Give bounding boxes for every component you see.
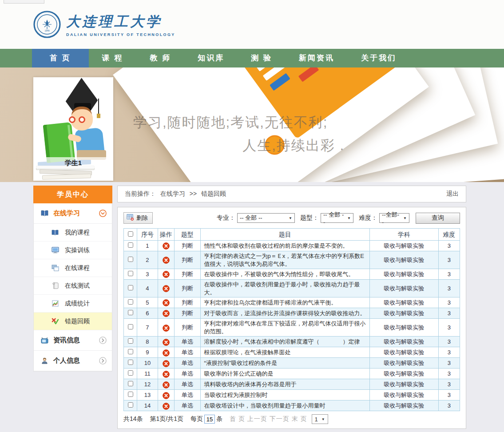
- row-number: 5: [137, 297, 158, 308]
- open-book-icon: [40, 210, 49, 217]
- row-checkbox[interactable]: [128, 285, 133, 290]
- sidebar-group-3[interactable]: 个人信息: [34, 351, 112, 371]
- student-avatar-card[interactable]: 学生1: [33, 77, 113, 181]
- nav-item-5[interactable]: 测 验: [238, 49, 286, 67]
- chevron-down-circle-icon: [99, 210, 107, 217]
- delete-row-icon[interactable]: [158, 390, 174, 400]
- row-checkbox[interactable]: [128, 381, 133, 386]
- delete-row-icon[interactable]: [158, 251, 174, 269]
- sidebar-item-1-3[interactable]: 在线课程: [34, 259, 112, 277]
- question-text: 在吸收操作中，若吸收剂用量趋于最小时，吸收推动力趋于最大。: [200, 280, 370, 297]
- subject: 吸收与解吸实验: [370, 379, 438, 390]
- page-header: 1949 大连理工大学 DALIAN UNIVERSITY OF TECHNOL…: [0, 0, 504, 49]
- row-checkbox[interactable]: [128, 324, 133, 329]
- difficulty: 3: [438, 269, 460, 280]
- subject: 吸收与解吸实验: [370, 251, 438, 269]
- question-text: 亨利定律和拉乌尔定律都适用于稀溶液的气液平衡。: [200, 297, 370, 308]
- breadcrumb-path[interactable]: 在线学习: [160, 190, 185, 197]
- hero-banner: 学习,随时随地;考试,无往不利; 人生,持续出彩 . 学生1: [0, 67, 504, 182]
- filter-select-difficulty[interactable]: --全部--▼: [379, 213, 409, 223]
- row-number: 8: [137, 337, 158, 347]
- row-checkbox[interactable]: [128, 338, 133, 344]
- delete-row-icon[interactable]: [158, 358, 174, 369]
- column-header: 序号: [137, 229, 158, 241]
- row-checkbox[interactable]: [128, 370, 133, 376]
- subject: 吸收与解吸实验: [370, 358, 438, 369]
- difficulty: 3: [438, 308, 460, 319]
- delete-row-icon[interactable]: [158, 379, 174, 390]
- delete-row-icon[interactable]: [158, 400, 174, 411]
- logo-subtitle: DALIAN UNIVERSITY OF TECHNOLOGY: [66, 32, 175, 37]
- nav-item-2[interactable]: 课 程: [89, 49, 137, 67]
- row-checkbox[interactable]: [128, 299, 133, 305]
- windows-icon: [51, 265, 60, 271]
- subject: 吸收与解吸实验: [370, 241, 438, 251]
- question-text: 填料吸收塔内的液体再分布器是用于: [200, 379, 370, 390]
- select-all-checkbox[interactable]: [128, 231, 133, 237]
- subject: 吸收与解吸实验: [370, 347, 438, 358]
- row-checkbox[interactable]: [128, 242, 133, 248]
- university-seal-icon: 1949: [33, 11, 61, 38]
- banner-slogan: 学习,随时随地;考试,无往不利; 人生,持续出彩 .: [133, 111, 351, 157]
- row-checkbox[interactable]: [128, 257, 133, 262]
- row-checkbox[interactable]: [128, 310, 133, 315]
- delete-row-icon[interactable]: [158, 297, 174, 308]
- page-select[interactable]: 1 ▼: [312, 414, 328, 424]
- sidebar-item-1-2[interactable]: 实操训练: [34, 242, 112, 259]
- glasses-icon: [69, 116, 75, 123]
- sidebar-item-1-4[interactable]: 在线测试: [34, 277, 112, 295]
- row-select-cell: [124, 358, 137, 369]
- per-page-input[interactable]: [204, 415, 215, 424]
- delete-row-icon[interactable]: [158, 369, 174, 379]
- question-type: 单选: [175, 337, 201, 347]
- delete-row-icon[interactable]: [158, 308, 174, 319]
- row-checkbox[interactable]: [128, 402, 133, 408]
- delete-row-icon[interactable]: [158, 337, 174, 347]
- row-select-cell: [124, 241, 137, 251]
- table-body: 1判断惰性气体和吸收剂在吸收过程的前后的摩尔量是不变的。吸收与解吸实验32判断亨…: [124, 241, 460, 411]
- logout-link[interactable]: 退出: [446, 190, 459, 198]
- sidebar-group-1[interactable]: 在线学习: [34, 203, 112, 224]
- nav-item-7[interactable]: 关于我们: [348, 49, 410, 67]
- row-select-cell: [124, 347, 137, 358]
- filter-select-qtype[interactable]: -- 全部 --▼: [321, 213, 353, 223]
- delete-row-icon[interactable]: [158, 280, 174, 297]
- sidebar-group-2[interactable]: 资讯信息: [34, 330, 112, 351]
- subject: 吸收与解吸实验: [370, 369, 438, 379]
- main-panel: 当前操作： 在线学习 >> 错题回顾 退出 删除 专业：-- 全部 --▼题型：…: [117, 186, 466, 429]
- delete-row-icon[interactable]: [158, 241, 174, 251]
- sidebar-header: 学员中心: [33, 186, 112, 203]
- filter-select-major[interactable]: -- 全部 --▼: [237, 213, 295, 223]
- row-select-cell: [124, 280, 137, 297]
- sidebar-item-1-5[interactable]: 成绩统计: [34, 295, 112, 313]
- table-row: 10单选“液膜控制”吸收过程的条件是吸收与解吸实验3: [124, 358, 460, 369]
- pager-links[interactable]: 首 页 上一页 下一页 末 页: [230, 415, 307, 423]
- toolbar: 删除 专业：-- 全部 --▼题型：-- 全部 --▼难度：--全部--▼ 查询: [123, 212, 460, 224]
- row-checkbox[interactable]: [128, 392, 133, 397]
- sidebar-item-1-1[interactable]: 我的课程: [34, 224, 112, 242]
- delete-button[interactable]: 删除: [123, 212, 153, 224]
- glasses-icon: [79, 116, 85, 123]
- row-checkbox[interactable]: [128, 349, 133, 354]
- nav-item-6[interactable]: 新闻资讯: [286, 49, 348, 67]
- question-text: 根据双膜理论，在气液接触界面处: [200, 347, 370, 358]
- sidebar-item-1-6[interactable]: 错题回顾: [34, 313, 112, 330]
- delete-row-icon[interactable]: [158, 269, 174, 280]
- row-number: 12: [137, 379, 158, 390]
- sidebar-item-label: 在线测试: [65, 282, 90, 290]
- row-select-cell: [124, 251, 137, 269]
- nav-item-3[interactable]: 教 师: [136, 49, 184, 67]
- subject: 吸收与解吸实验: [370, 269, 438, 280]
- row-checkbox[interactable]: [128, 271, 133, 276]
- sidebar-group-label: 在线学习: [53, 209, 99, 218]
- nav-item-1[interactable]: 首 页: [32, 49, 89, 67]
- query-button[interactable]: 查询: [416, 213, 460, 224]
- delete-row-icon[interactable]: [158, 347, 174, 358]
- delete-row-icon[interactable]: [158, 319, 174, 337]
- column-header: 操作: [158, 229, 174, 241]
- table-row: 13单选当吸收过程为液膜控制时吸收与解吸实验3: [124, 390, 460, 400]
- nav-item-4[interactable]: 知识库: [184, 49, 238, 67]
- content-area: 学员中心 在线学习我的课程实操训练在线课程在线测试成绩统计错题回顾资讯信息个人信…: [33, 186, 466, 429]
- row-checkbox[interactable]: [128, 360, 133, 365]
- university-logo: 1949 大连理工大学 DALIAN UNIVERSITY OF TECHNOL…: [33, 11, 175, 38]
